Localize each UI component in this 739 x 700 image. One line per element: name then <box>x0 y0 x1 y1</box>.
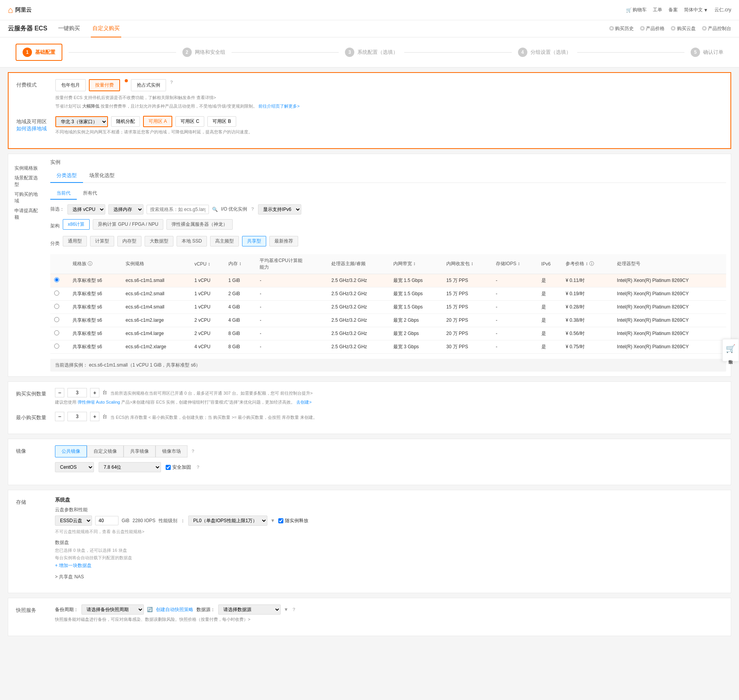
tab-scene[interactable]: 场景化选型 <box>83 169 121 183</box>
type-shared[interactable]: 共享型 <box>242 236 266 246</box>
create-policy-link[interactable]: 创建自动快照策略 <box>156 606 193 613</box>
table-row[interactable]: 共享标准型 s6 ecs.s6-c1m1.small 1 vCPU 1 GiB … <box>50 274 726 287</box>
type-general[interactable]: 通用型 <box>63 236 87 246</box>
table-row[interactable]: 共享标准型 s6 ecs.s6-c1m2.small 1 vCPU 2 GiB … <box>50 287 726 300</box>
nas-expand[interactable]: > 共享盘 NAS <box>55 574 84 580</box>
nav-link-console[interactable]: ◎ 产品控制台 <box>702 25 731 32</box>
th-family[interactable]: 规格族 ⓘ <box>69 254 122 274</box>
type-bigdata[interactable]: 大数据型 <box>145 236 173 246</box>
qty-input[interactable] <box>67 388 87 397</box>
type-compute[interactable]: 计算型 <box>90 236 114 246</box>
arch-x86[interactable]: x86计算 <box>63 219 90 230</box>
snapshot-checkbox[interactable] <box>278 518 283 523</box>
random-btn[interactable]: 随机分配 <box>111 116 140 127</box>
tab-marketplace[interactable]: 镜像市场 <box>156 445 187 457</box>
step-2[interactable]: 2 网络和安全组 <box>182 48 225 57</box>
th-freq[interactable]: 处理器主频/睿频 <box>327 254 389 274</box>
arch-gpu[interactable]: 异构计算 GPU / FPGA / NPU <box>93 219 163 230</box>
cell-radio[interactable] <box>50 274 69 287</box>
zone-a-btn[interactable]: 可用区 A <box>143 116 172 127</box>
nav-item-family[interactable]: 实例规格族 <box>14 163 39 173</box>
vcpu-select[interactable]: 选择 vCPU <box>67 204 105 214</box>
tools-link[interactable]: 工单 <box>653 7 662 13</box>
security-checkbox[interactable] <box>166 465 171 470</box>
table-row[interactable]: 共享标准型 s6 ecs.s6-c1m4.large 2 vCPU 8 GiB … <box>50 327 726 340</box>
logo[interactable]: ⌂ 阿里云 <box>8 5 32 15</box>
float-cart[interactable]: 🛒 购物车 <box>722 339 739 362</box>
th-pps[interactable]: 内网收发包 ↕ <box>442 254 492 274</box>
nav-link-price[interactable]: ◎ 产品价格 <box>640 25 665 32</box>
tab-shared-image[interactable]: 共享镜像 <box>124 445 156 457</box>
type-highfreq[interactable]: 高主频型 <box>210 236 239 246</box>
step-3[interactable]: 3 系统配置（选填） <box>345 48 398 57</box>
type-local-ssd[interactable]: 本地 SSD <box>177 236 207 246</box>
btn-annual[interactable]: 包年包月 <box>55 79 86 91</box>
cart-link[interactable]: 🛒 购物车 <box>626 7 647 13</box>
nav-item-scene[interactable]: 场景配置选型 <box>14 173 39 190</box>
th-mem[interactable]: 内存 ↕ <box>225 254 256 274</box>
table-row[interactable]: 共享标准型 s6 ecs.s6-c1m2.large 2 vCPU 4 GiB … <box>50 314 726 327</box>
perf-select[interactable]: PL0（单盘IOPS性能上限1万） <box>188 516 267 526</box>
os-select[interactable]: CentOS <box>55 462 94 472</box>
nav-link-history[interactable]: ◎ 购买历史 <box>609 25 634 32</box>
min-qty-plus[interactable]: + <box>90 412 99 421</box>
qty-plus[interactable]: + <box>90 388 99 397</box>
lang-select[interactable]: 简体中文 ▼ <box>684 7 708 13</box>
sub-tab-current[interactable]: 当前代 <box>50 188 77 200</box>
th-base-cpu[interactable]: 平均基准CPU计算能能力 <box>256 254 327 274</box>
step-4[interactable]: 4 分组设置（选填） <box>518 48 571 57</box>
savings-link[interactable]: 前往介绍页了解更多> <box>258 104 299 108</box>
type-latest[interactable]: 最新推荐 <box>269 236 298 246</box>
sub-tab-all[interactable]: 所有代 <box>77 188 103 200</box>
tab-public-image[interactable]: 公共镜像 <box>55 445 87 457</box>
add-disk-btn[interactable]: + 增加一块数据盘 <box>55 562 92 569</box>
qty-minus[interactable]: − <box>55 388 64 397</box>
table-row[interactable]: 共享标准型 s6 ecs.s6-c1m2.xlarge 4 vCPU 8 GiB… <box>50 340 726 353</box>
region-select[interactable]: 华北 3（张家口） <box>56 117 107 126</box>
create-link[interactable]: 去创建> <box>296 400 311 404</box>
tab-custom[interactable]: 自定义购买 <box>91 20 121 37</box>
cell-radio[interactable] <box>50 353 69 356</box>
zone-c-btn[interactable]: 可用区 C <box>175 116 204 127</box>
min-qty-minus[interactable]: − <box>55 412 64 421</box>
snapshot-check-label[interactable]: 随实例释放 <box>278 517 308 524</box>
nav-link-disk[interactable]: ◎ 购买云盘 <box>671 25 695 32</box>
th-iops[interactable]: 存储IOPS ↕ <box>492 254 537 274</box>
th-vcpu[interactable]: vCPU ↕ <box>191 254 225 274</box>
btn-hourly[interactable]: 按量付费 <box>89 79 120 91</box>
tab-custom-image[interactable]: 自定义镜像 <box>87 445 124 457</box>
zone-b-btn[interactable]: 可用区 B <box>207 116 236 127</box>
spec-search[interactable] <box>147 205 209 214</box>
th-ipv6[interactable]: IPv6 <box>537 254 562 274</box>
ipv6-select[interactable]: 显示支持IPv6 <box>258 204 301 214</box>
min-qty-input[interactable] <box>67 412 87 421</box>
tab-one-click[interactable]: 一键购买 <box>57 20 81 37</box>
step-5[interactable]: 5 确认订单 <box>691 48 723 57</box>
arch-bare[interactable]: 弹性裸金属服务器（神龙） <box>166 219 233 230</box>
nav-item-region[interactable]: 可购买的地域 <box>14 190 39 206</box>
version-select[interactable]: 7.8 64位 <box>99 462 161 472</box>
btn-spot[interactable]: 抢占式实例 <box>131 79 166 91</box>
source-select[interactable]: 请选择数据源 <box>218 604 281 615</box>
th-spec[interactable]: 实例规格 <box>122 254 190 274</box>
cell-radio[interactable] <box>50 340 69 353</box>
cell-radio[interactable] <box>50 300 69 314</box>
cell-radio[interactable] <box>50 327 69 340</box>
th-price[interactable]: 参考价格 ↕ ⓘ <box>562 254 613 274</box>
search-icon[interactable]: 🔍 <box>212 207 218 212</box>
tab-classify[interactable]: 分类选型 <box>50 169 83 183</box>
security-check-label[interactable]: 安全加固 <box>166 464 191 471</box>
period-select[interactable]: 请选择备份快照周期 <box>81 604 144 615</box>
cell-radio[interactable] <box>50 314 69 327</box>
mem-select[interactable]: 选择内存 <box>108 204 143 214</box>
type-memory[interactable]: 内存型 <box>117 236 141 246</box>
cell-radio[interactable] <box>50 287 69 300</box>
nav-item-quota[interactable]: 申请提高配额 <box>14 206 39 222</box>
user-name[interactable]: 云仁.cry <box>714 7 731 13</box>
region-hint-link[interactable]: 如何选择地域 <box>16 126 47 131</box>
th-bandwidth[interactable]: 内网带宽 ↕ <box>389 254 442 274</box>
auto-scaling-link[interactable]: 弹性伸缩 Auto Scaling <box>78 400 120 404</box>
disk-type-select[interactable]: ESSD云盘 <box>55 516 92 526</box>
disk-size-input[interactable] <box>95 516 118 525</box>
docs-link[interactable]: 备案 <box>668 7 678 13</box>
